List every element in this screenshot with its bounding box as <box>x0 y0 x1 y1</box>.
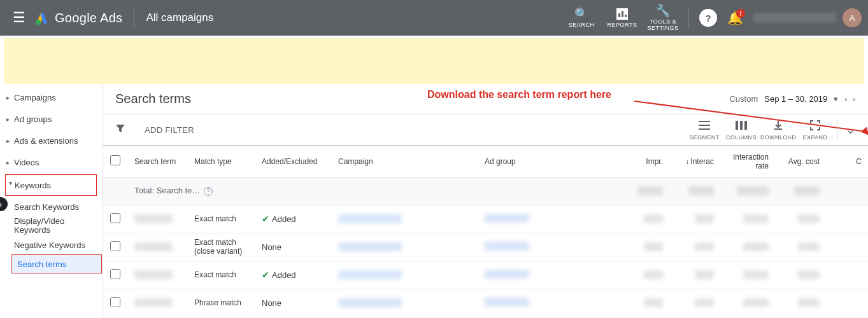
check-icon: ✔ <box>262 270 269 280</box>
svg-rect-3 <box>622 11 623 17</box>
date-range-value: Sep 1 – 30, 2019 <box>764 94 827 104</box>
main-layout: › ▸Campaigns ▸Ad groups ▸Ads & extension… <box>0 84 868 318</box>
redacted-value <box>644 298 663 307</box>
col-avg-cost[interactable]: Avg. cost <box>775 146 826 177</box>
table-header-row: Search term Match type Added/Excluded Ca… <box>103 146 868 177</box>
search-terms-table: Search term Match type Added/Excluded Ca… <box>103 146 868 317</box>
redacted-value <box>637 186 663 195</box>
sidebar-sub-negative-keywords[interactable]: Negative Keywords <box>0 235 102 254</box>
avatar[interactable]: A <box>843 8 862 27</box>
download-button[interactable]: DOWNLOAD <box>760 119 797 141</box>
columns-button[interactable]: COLUMNS <box>723 119 760 141</box>
ad-group-link[interactable] <box>485 271 529 280</box>
sidebar-sub-search-terms[interactable]: Search terms <box>11 254 102 273</box>
svg-point-0 <box>36 20 41 25</box>
sidebar-item-ads-extensions[interactable]: ▸Ads & extensions <box>0 130 102 151</box>
col-overflow: C <box>826 146 868 177</box>
date-next-button[interactable]: › <box>853 94 855 104</box>
check-icon: ✔ <box>262 214 269 224</box>
sidebar-item-keywords[interactable]: ▸Keywords <box>5 174 97 196</box>
col-added-excluded[interactable]: Added/Excluded <box>255 146 332 177</box>
product-name: Google Ads <box>55 11 122 25</box>
segment-button[interactable]: SEGMENT <box>686 119 723 141</box>
date-range-picker[interactable]: Custom Sep 1 – 30, 2019 ▾ ‹ › <box>729 94 855 104</box>
table-row: Exact match (close variant)None <box>103 233 868 261</box>
redacted-value <box>743 298 769 307</box>
ad-group-link[interactable] <box>485 215 529 225</box>
row-checkbox[interactable] <box>110 213 120 223</box>
select-all-checkbox[interactable] <box>110 155 120 165</box>
row-checkbox[interactable] <box>110 297 120 307</box>
date-prev-button[interactable]: ‹ <box>844 94 847 104</box>
cell-added-excluded: None <box>255 289 332 317</box>
divider <box>134 8 134 27</box>
sidebar-item-ad-groups[interactable]: ▸Ad groups <box>0 108 102 130</box>
sidebar-sub-display-video-keywords[interactable]: Display/Video Keywords <box>0 216 102 235</box>
col-interac[interactable]: ↓Interac <box>669 146 720 177</box>
chevron-down-icon: ▾ <box>834 94 838 104</box>
col-campaign[interactable]: Campaign <box>332 146 478 177</box>
total-label: Total: Search te… <box>134 186 200 195</box>
tools-settings-button[interactable]: 🔧 TOOLS & SETTINGS <box>643 4 683 32</box>
redacted-value <box>737 186 769 195</box>
account-switcher[interactable]: A <box>753 8 862 27</box>
sidebar-item-videos[interactable]: ▸Videos <box>0 151 102 173</box>
page-title: Search terms <box>115 92 191 106</box>
ad-group-link[interactable] <box>485 243 529 252</box>
breadcrumb[interactable]: All campaigns <box>146 11 213 24</box>
svg-rect-4 <box>625 15 627 17</box>
svg-rect-5 <box>699 121 710 122</box>
redacted-campaign-link[interactable] <box>338 214 402 223</box>
redacted-campaign-link[interactable] <box>338 298 402 307</box>
chevron-right-icon: ▸ <box>6 137 14 144</box>
reports-button[interactable]: REPORTS <box>602 7 643 29</box>
col-match-type[interactable]: Match type <box>188 146 255 177</box>
cell-match-type: Exact match <box>188 205 255 233</box>
row-checkbox[interactable] <box>110 241 120 251</box>
divider <box>837 120 838 139</box>
redacted-search-term <box>134 298 173 307</box>
hamburger-menu-icon[interactable]: ☰ <box>6 10 32 26</box>
chevron-right-icon: ▸ <box>6 116 14 123</box>
info-icon[interactable]: ? <box>204 187 213 196</box>
col-ad-group[interactable]: Ad group <box>478 146 625 177</box>
col-interaction-rate[interactable]: Interaction rate <box>720 146 775 177</box>
content-panel: Search terms Download the search term re… <box>102 84 868 318</box>
chevron-right-icon: ▸ <box>6 159 14 166</box>
table-row: Exact match✔Added <box>103 261 868 289</box>
sort-down-icon: ↓ <box>685 157 689 166</box>
cell-match-type: Exact match (close variant) <box>188 233 255 261</box>
redacted-value <box>644 270 663 279</box>
sidebar-sub-search-keywords[interactable]: Search Keywords <box>0 197 102 216</box>
redacted-campaign-link[interactable] <box>338 242 402 251</box>
filter-icon[interactable] <box>115 123 125 137</box>
col-impr[interactable]: Impr. <box>625 146 669 177</box>
date-range-label: Custom <box>729 94 758 104</box>
redacted-campaign-link[interactable] <box>338 270 402 279</box>
col-search-term[interactable]: Search term <box>128 146 188 177</box>
table-row: Phrase matchNone <box>103 289 868 317</box>
expand-icon <box>810 119 820 132</box>
cell-added-excluded: ✔Added <box>255 205 332 233</box>
filter-row: ADD FILTER SEGMENT COLUMNS DOWNLOAD EXPA… <box>103 114 868 146</box>
search-button[interactable]: 🔍 SEARCH <box>561 7 602 29</box>
svg-rect-9 <box>740 121 743 130</box>
help-button[interactable]: ? <box>699 9 717 27</box>
notifications-button[interactable]: 🔔 ! <box>727 10 743 25</box>
expand-button[interactable]: EXPAND <box>797 119 834 141</box>
svg-rect-2 <box>618 13 620 17</box>
segment-icon <box>699 119 710 132</box>
title-row: Search terms Download the search term re… <box>103 84 868 114</box>
reports-icon <box>616 7 628 21</box>
table-tools: SEGMENT COLUMNS DOWNLOAD EXPAND ⌄ <box>686 119 855 141</box>
row-checkbox[interactable] <box>110 269 120 279</box>
add-filter-button[interactable]: ADD FILTER <box>145 125 194 135</box>
product-logo[interactable]: Google Ads <box>34 10 122 25</box>
download-icon <box>773 119 783 132</box>
sidebar-item-campaigns[interactable]: ▸Campaigns <box>0 86 102 108</box>
more-options-button[interactable]: ⌄ <box>846 123 855 137</box>
ad-group-link[interactable] <box>485 299 529 308</box>
cell-match-type: Phrase match <box>188 289 255 317</box>
cell-added-excluded: ✔Added <box>255 261 332 289</box>
columns-icon <box>736 119 747 132</box>
